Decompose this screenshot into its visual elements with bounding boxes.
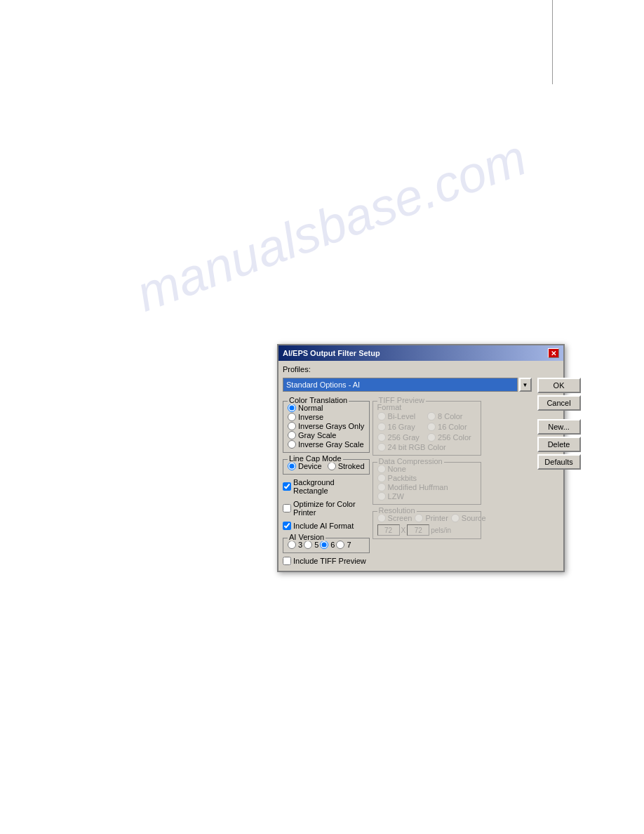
resolution-x-label: X	[401, 527, 406, 534]
radio-none: None	[377, 465, 476, 473]
checkbox-include-tiff-input[interactable]	[283, 557, 291, 565]
cancel-button[interactable]: Cancel	[537, 395, 581, 411]
color-translation-group: Color Translation Normal Inverse	[283, 401, 370, 453]
radio-stroked-label: Stroked	[338, 462, 365, 470]
radio-ai5-input[interactable]	[304, 541, 312, 549]
radio-8color: 8 Color	[427, 412, 476, 421]
dialog-title: AI/EPS Output Filter Setup	[283, 349, 380, 357]
radio-packbits-input	[377, 474, 386, 482]
radio-ai6-input[interactable]	[320, 541, 328, 549]
delete-button[interactable]: Delete	[537, 437, 581, 452]
radio-inverse-gray-scale-input[interactable]	[288, 440, 296, 449]
dialog-titlebar: AI/EPS Output Filter Setup ✕	[279, 345, 563, 361]
checkbox-bg-rect: Background Rectangle	[283, 478, 370, 495]
ai-version-radios: 3 5 6	[288, 540, 365, 550]
checkbox-include-tiff-label: Include TIFF Preview	[293, 557, 366, 565]
radio-ai3-label: 3	[298, 541, 302, 549]
radio-lzw-input	[377, 492, 386, 501]
radio-inverse-input[interactable]	[288, 413, 296, 421]
radio-inverse-gray-scale: Inverse Gray Scale	[288, 440, 365, 449]
radio-screen-label: Screen	[388, 514, 412, 522]
resolution-inputs: X pels/in	[377, 524, 476, 536]
checkbox-optimize-input[interactable]	[283, 504, 291, 512]
radio-256gray: 256 Gray	[377, 433, 427, 442]
radio-screen-input	[377, 514, 386, 522]
radio-16color-label: 16 Color	[438, 423, 467, 431]
radio-inverse-grays-input[interactable]	[288, 422, 296, 430]
radio-gray-scale-label: Gray Scale	[298, 431, 336, 439]
radio-device-label: Device	[298, 462, 322, 470]
ai-version-title: AI Version	[288, 533, 326, 541]
radio-stroked-input[interactable]	[328, 462, 336, 470]
radio-inverse-grays: Inverse Grays Only	[288, 422, 365, 430]
radio-device-input[interactable]	[288, 462, 296, 470]
radio-16gray: 16 Gray	[377, 423, 427, 431]
color-translation-title: Color Translation	[288, 396, 349, 404]
radio-bilevel-input	[377, 412, 386, 421]
radio-24bit-label: 24 bit RGB Color	[388, 443, 446, 451]
defaults-button[interactable]: Defaults	[537, 454, 581, 470]
radio-packbits-label: Packbits	[388, 474, 417, 482]
radio-packbits: Packbits	[377, 474, 476, 482]
checkbox-optimize-label: Optimize for Color Printer	[293, 500, 370, 517]
radio-inverse-label: Inverse	[298, 413, 323, 421]
new-button[interactable]: New...	[537, 419, 581, 435]
title-buttons: ✕	[548, 348, 559, 358]
checkbox-include-tiff: Include TIFF Preview	[283, 557, 370, 565]
radio-24bit: 24 bit RGB Color	[377, 443, 476, 451]
checkbox-include-ai-input[interactable]	[283, 522, 291, 530]
main-content: Color Translation Normal Inverse	[283, 397, 532, 567]
profiles-dropdown-arrow[interactable]: ▼	[519, 378, 532, 392]
radio-ai3: 3	[288, 541, 302, 549]
radio-bilevel-label: Bi-Level	[388, 412, 416, 421]
radio-modified-huffman-label: Modified Huffman	[388, 483, 448, 491]
watermark: manualsbase.com	[129, 128, 534, 323]
radio-ai7: 7	[336, 541, 351, 549]
radio-gray-scale-input[interactable]	[288, 431, 296, 439]
resolution-x-input	[377, 524, 400, 536]
checkbox-bg-rect-input[interactable]	[283, 482, 291, 491]
radio-256gray-label: 256 Gray	[388, 433, 420, 442]
radio-lzw-label: LZW	[388, 492, 404, 501]
radio-gray-scale: Gray Scale	[288, 431, 365, 439]
radio-source-input	[451, 514, 459, 522]
radio-24bit-input	[377, 443, 386, 451]
ai-version-group: AI Version 3 5	[283, 538, 370, 553]
profiles-dropdown-row: Standard Options - AI ▼	[283, 378, 532, 392]
radio-16gray-label: 16 Gray	[388, 423, 415, 431]
radio-none-label: None	[388, 465, 406, 473]
ok-button[interactable]: OK	[537, 378, 581, 393]
resolution-unit-label: pels/in	[431, 527, 451, 534]
checkbox-bg-rect-label: Background Rectangle	[293, 478, 370, 495]
radio-16color-input	[427, 423, 436, 431]
radio-normal: Normal	[288, 404, 365, 412]
radio-256color-input	[427, 433, 436, 442]
action-buttons: OK Cancel New... Delete Defaults	[537, 378, 581, 470]
radio-8color-input	[427, 412, 436, 421]
line-cap-mode-title: Line Cap Mode	[288, 454, 343, 463]
tiff-preview-title: TIFF Preview	[377, 396, 426, 404]
radio-ai7-input[interactable]	[336, 541, 344, 549]
radio-normal-input[interactable]	[288, 404, 296, 412]
radio-16gray-input	[377, 423, 386, 431]
radio-printer: Printer	[415, 514, 448, 522]
radio-ai3-input[interactable]	[288, 541, 296, 549]
dialog-window: AI/EPS Output Filter Setup ✕ Profiles: S…	[277, 344, 565, 572]
data-compression-title: Data Compression	[377, 457, 444, 465]
radio-normal-label: Normal	[298, 404, 323, 412]
radio-inverse-grays-label: Inverse Grays Only	[298, 422, 364, 430]
profiles-row: Profiles:	[283, 365, 559, 373]
radio-lzw: LZW	[377, 492, 476, 501]
radio-inverse: Inverse	[288, 413, 365, 421]
radio-ai5: 5	[304, 541, 318, 549]
radio-source-label: Source	[462, 514, 486, 522]
resolution-title: Resolution	[377, 506, 417, 515]
profiles-dropdown[interactable]: Standard Options - AI	[283, 378, 518, 392]
close-button[interactable]: ✕	[548, 348, 559, 358]
right-panel: TIFF Preview Format Bi-Level 8 Color	[373, 397, 481, 567]
radio-ai7-label: 7	[347, 541, 351, 549]
radio-modified-huffman: Modified Huffman	[377, 483, 476, 491]
profiles-label: Profiles:	[283, 365, 311, 373]
dialog-body: Profiles: Standard Options - AI ▼	[279, 361, 563, 571]
radio-source: Source	[451, 514, 486, 522]
